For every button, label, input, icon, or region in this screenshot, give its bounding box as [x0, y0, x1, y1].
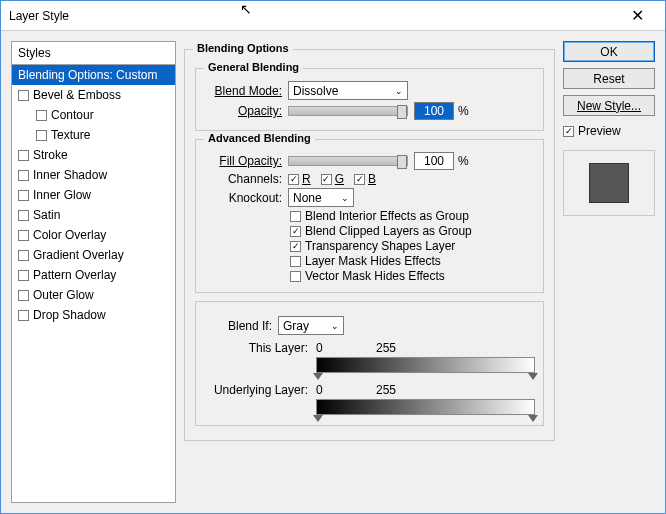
style-item[interactable]: Inner Glow — [12, 185, 175, 205]
style-label: Drop Shadow — [33, 308, 106, 322]
style-label: Color Overlay — [33, 228, 106, 242]
blend-if-value: Gray — [283, 319, 309, 333]
subgroup-legend: General Blending — [204, 61, 303, 73]
style-checkbox[interactable] — [18, 250, 29, 261]
knockout-label: Knockout: — [204, 191, 282, 205]
blend-interior-checkbox[interactable] — [290, 211, 301, 222]
style-item[interactable]: Bevel & Emboss — [12, 85, 175, 105]
style-item[interactable]: Color Overlay — [12, 225, 175, 245]
style-label: Bevel & Emboss — [33, 88, 121, 102]
general-blending-group: General Blending Blend Mode: Dissolve ⌄ … — [195, 68, 544, 131]
opacity-label: Opacity: — [204, 104, 282, 118]
transparency-shapes-checkbox[interactable] — [290, 241, 301, 252]
blend-clipped-checkbox[interactable] — [290, 226, 301, 237]
new-style-button[interactable]: New Style... — [563, 95, 655, 116]
reset-button[interactable]: Reset — [563, 68, 655, 89]
style-checkbox[interactable] — [18, 190, 29, 201]
underlying-layer-label: Underlying Layer: — [204, 383, 308, 397]
titlebar[interactable]: Layer Style ↖ ✕ — [1, 1, 665, 31]
channel-g-checkbox[interactable] — [321, 174, 332, 185]
opt-label: Blend Clipped Layers as Group — [305, 224, 472, 238]
style-item[interactable]: Outer Glow — [12, 285, 175, 305]
layer-style-dialog: Layer Style ↖ ✕ Styles Blending Options:… — [0, 0, 666, 514]
blend-if-group: Blend If: Gray ⌄ This Layer: 0 255 — [195, 301, 544, 426]
opacity-slider[interactable] — [288, 106, 408, 116]
channel-r-label: R — [302, 172, 311, 186]
style-checkbox[interactable] — [18, 270, 29, 281]
close-icon[interactable]: ✕ — [617, 6, 657, 25]
button-column: OK Reset New Style... Preview — [563, 41, 655, 503]
chevron-down-icon: ⌄ — [395, 86, 403, 96]
chevron-down-icon: ⌄ — [331, 321, 339, 331]
chevron-down-icon: ⌄ — [341, 193, 349, 203]
style-item[interactable]: Stroke — [12, 145, 175, 165]
style-checkbox[interactable] — [18, 230, 29, 241]
dialog-body: Styles Blending Options: Custom Bevel & … — [1, 31, 665, 513]
opacity-suffix: % — [458, 104, 469, 118]
style-checkbox[interactable] — [36, 110, 47, 121]
style-checkbox[interactable] — [18, 210, 29, 221]
style-label: Outer Glow — [33, 288, 94, 302]
style-item[interactable]: Contour — [12, 105, 175, 125]
ok-button[interactable]: OK — [563, 41, 655, 62]
underlying-layer-hi: 255 — [376, 383, 396, 397]
style-label: Inner Shadow — [33, 168, 107, 182]
underlying-layer-lo: 0 — [316, 383, 376, 397]
blend-mode-label: Blend Mode: — [204, 84, 282, 98]
opacity-input[interactable]: 100 — [414, 102, 454, 120]
preview-swatch-box — [563, 150, 655, 216]
style-item[interactable]: Gradient Overlay — [12, 245, 175, 265]
this-layer-slider[interactable] — [316, 357, 535, 373]
style-label: Inner Glow — [33, 188, 91, 202]
style-label: Gradient Overlay — [33, 248, 124, 262]
fill-opacity-slider[interactable] — [288, 156, 408, 166]
blend-if-label: Blend If: — [212, 319, 272, 333]
style-item[interactable]: Drop Shadow — [12, 305, 175, 325]
blend-mode-dropdown[interactable]: Dissolve ⌄ — [288, 81, 408, 100]
vector-mask-hides-checkbox[interactable] — [290, 271, 301, 282]
opt-label: Vector Mask Hides Effects — [305, 269, 445, 283]
underlying-layer-slider[interactable] — [316, 399, 535, 415]
style-checkbox[interactable] — [36, 130, 47, 141]
opt-label: Blend Interior Effects as Group — [305, 209, 469, 223]
styles-panel: Styles Blending Options: Custom Bevel & … — [11, 41, 176, 503]
style-label: Pattern Overlay — [33, 268, 116, 282]
knockout-dropdown[interactable]: None ⌄ — [288, 188, 354, 207]
blending-options-group: Blending Options General Blending Blend … — [184, 49, 555, 441]
fill-opacity-suffix: % — [458, 154, 469, 168]
style-checkbox[interactable] — [18, 90, 29, 101]
style-label: Contour — [51, 108, 94, 122]
this-layer-hi: 255 — [376, 341, 396, 355]
channel-r-checkbox[interactable] — [288, 174, 299, 185]
this-layer-lo: 0 — [316, 341, 376, 355]
channel-g-label: G — [335, 172, 344, 186]
style-checkbox[interactable] — [18, 150, 29, 161]
subgroup-legend: Advanced Blending — [204, 132, 315, 144]
channel-b-checkbox[interactable] — [354, 174, 365, 185]
preview-label: Preview — [578, 124, 621, 138]
style-checkbox[interactable] — [18, 310, 29, 321]
style-checkbox[interactable] — [18, 170, 29, 181]
style-item[interactable]: Inner Shadow — [12, 165, 175, 185]
layer-mask-hides-checkbox[interactable] — [290, 256, 301, 267]
blend-mode-value: Dissolve — [293, 84, 338, 98]
channel-b-label: B — [368, 172, 376, 186]
style-item[interactable]: Texture — [12, 125, 175, 145]
channels-label: Channels: — [204, 172, 282, 186]
fill-opacity-input[interactable]: 100 — [414, 152, 454, 170]
opt-label: Transparency Shapes Layer — [305, 239, 455, 253]
fill-opacity-label: Fill Opacity: — [204, 154, 282, 168]
style-label: Texture — [51, 128, 90, 142]
preview-checkbox[interactable] — [563, 126, 574, 137]
style-label: Blending Options: Custom — [18, 68, 157, 82]
style-blending-options[interactable]: Blending Options: Custom — [12, 65, 175, 85]
knockout-value: None — [293, 191, 322, 205]
style-item[interactable]: Pattern Overlay — [12, 265, 175, 285]
blend-if-dropdown[interactable]: Gray ⌄ — [278, 316, 344, 335]
group-legend: Blending Options — [193, 42, 293, 54]
options-area: Blending Options General Blending Blend … — [184, 41, 555, 503]
style-label: Stroke — [33, 148, 68, 162]
preview-swatch — [589, 163, 629, 203]
style-item[interactable]: Satin — [12, 205, 175, 225]
style-checkbox[interactable] — [18, 290, 29, 301]
